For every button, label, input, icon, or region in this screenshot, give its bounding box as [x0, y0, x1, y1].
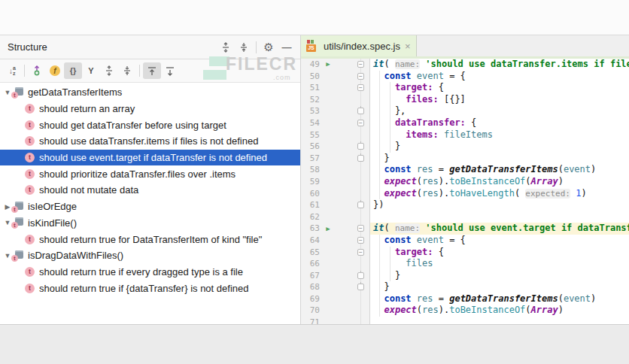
structure-tree: ▼tgetDataTransferItemstshould return an … — [0, 83, 300, 324]
token-prop: dataTransfer: — [395, 117, 466, 128]
collapse-all-icon[interactable] — [118, 62, 136, 79]
autoscroll-to-source-icon[interactable] — [143, 62, 161, 79]
code-line[interactable]: 65− target: { — [301, 247, 629, 259]
line-number: 66 — [301, 258, 321, 270]
run-gutter-cell — [321, 211, 335, 223]
code-line[interactable]: 60 expect(res).toHaveLength( expected: 1… — [301, 188, 629, 200]
tree-item[interactable]: ▼tisKindFile() — [0, 215, 300, 232]
fold-end-icon[interactable] — [357, 284, 364, 290]
fold-start-icon[interactable]: − — [357, 84, 364, 91]
tree-item[interactable]: tshould not mutate data — [0, 182, 300, 199]
expand-all-icon[interactable] — [100, 62, 118, 79]
show-functions-icon[interactable]: {} — [64, 62, 82, 79]
token-pln: ( — [558, 293, 564, 304]
line-number: 50 — [301, 71, 321, 83]
expand-all-icon[interactable] — [217, 39, 235, 56]
fold-end-icon[interactable] — [357, 143, 364, 150]
tree-item-label: isDragDataWithFiles() — [28, 250, 123, 261]
fold-gutter-cell: − — [335, 247, 370, 259]
code-line[interactable]: 71 — [301, 317, 629, 324]
tree-item[interactable]: ▼tgetDataTransferItems — [0, 84, 300, 101]
close-tab-icon[interactable]: × — [405, 41, 411, 51]
tree-item[interactable]: ▶tisIeOrEdge — [0, 199, 300, 215]
code-line[interactable]: 51− target: { — [301, 82, 629, 94]
tree-item[interactable]: tshould use event.target if dataTransfer… — [0, 150, 300, 166]
code-line[interactable]: 67 } — [301, 270, 629, 282]
code-line[interactable]: 62 — [301, 211, 629, 223]
tree-item[interactable]: tshould get dataTransfer before using ta… — [0, 117, 300, 133]
indent-guide — [390, 247, 390, 282]
fold-end-icon[interactable] — [357, 272, 364, 279]
code-line[interactable]: 55 items: fileItems — [301, 129, 629, 141]
autoscroll-from-source-icon[interactable] — [161, 62, 179, 79]
code-line[interactable]: 50− const event = { — [301, 71, 629, 83]
settings-gear-icon[interactable]: ⚙ — [260, 39, 278, 56]
code-line[interactable]: 61}) — [301, 199, 629, 211]
fold-start-icon[interactable]: − — [357, 61, 364, 68]
tree-item[interactable]: tshould prioritize dataTransfer.files ov… — [0, 165, 300, 182]
code-line[interactable]: 56 } — [301, 141, 629, 153]
code-line[interactable]: 68 } — [301, 281, 629, 293]
line-number: 67 — [301, 270, 321, 282]
code-line[interactable]: 58 const res = getDataTransferItems(even… — [301, 164, 629, 176]
code-text: } — [370, 281, 629, 293]
token-mth: toBeInstanceOf — [449, 176, 525, 187]
fold-start-icon[interactable]: − — [357, 249, 364, 256]
tree-item[interactable]: tshould return true if every dragged typ… — [0, 264, 300, 281]
structure-toolbar: ↓ az f {} Y — [0, 59, 300, 83]
tree-item[interactable]: tshould return true for DataTransferItem… — [0, 231, 300, 247]
fold-start-icon[interactable]: − — [357, 73, 364, 80]
fold-gutter-cell: − — [335, 117, 370, 129]
code-text: it( name: 'should use dataTransfer.items… — [370, 59, 629, 71]
hide-panel-icon[interactable]: — — [278, 39, 296, 56]
tree-item[interactable]: tshould use dataTransfer.items if files … — [0, 133, 300, 150]
code-line[interactable]: 52 files: [{}] — [301, 94, 629, 106]
fold-gutter-cell: − — [335, 59, 370, 71]
editor-tab-bar: JS utils/index.spec.js × — [301, 35, 629, 59]
tree-item[interactable]: tshould return true if {dataTransfer} is… — [0, 280, 300, 296]
structure-panel-header: Structure ⚙ — — [0, 35, 300, 59]
group-merge-icon[interactable]: Y — [82, 62, 100, 79]
code-line[interactable]: 53 }, — [301, 105, 629, 117]
run-test-icon[interactable]: ▶ — [321, 59, 335, 71]
token-pln — [373, 247, 395, 257]
code-line[interactable]: 49▶−it( name: 'should use dataTransfer.i… — [301, 59, 629, 71]
fold-start-icon[interactable]: − — [357, 237, 364, 244]
show-inherited-icon[interactable] — [28, 62, 46, 79]
show-fields-icon[interactable]: f — [46, 62, 64, 79]
tree-item[interactable]: tshould return an array — [0, 101, 300, 117]
run-gutter-cell — [321, 141, 335, 153]
code-line[interactable]: 70 expect(res).toBeInstanceOf(Array) — [301, 305, 629, 317]
line-number: 71 — [301, 317, 321, 324]
fold-gutter-cell: − — [335, 235, 370, 247]
fold-gutter-cell — [335, 176, 370, 188]
run-gutter-cell — [321, 129, 335, 141]
fold-end-icon[interactable] — [357, 155, 364, 162]
tree-item-label: should return true for DataTransferItem … — [39, 234, 262, 245]
fold-end-icon[interactable] — [357, 202, 364, 208]
tree-item[interactable]: ▼tisDragDataWithFiles() — [0, 247, 300, 264]
code-line[interactable]: 57 } — [301, 153, 629, 165]
code-line[interactable]: 63▶−it( name: 'should use event.target i… — [301, 223, 629, 235]
tab-utils-index-spec-js[interactable]: JS utils/index.spec.js × — [301, 35, 417, 56]
token-pln: ) — [591, 164, 596, 174]
code-line[interactable]: 54− dataTransfer: { — [301, 117, 629, 129]
code-line[interactable]: 64− const event = { — [301, 235, 629, 247]
fold-start-icon[interactable]: − — [357, 120, 364, 126]
run-test-icon[interactable]: ▶ — [321, 223, 335, 235]
ide-window: Structure ⚙ — — [0, 35, 629, 325]
token-pln: ( — [515, 188, 525, 199]
sort-alphabetically-icon[interactable]: ↓ az — [3, 62, 21, 79]
fold-gutter-cell — [335, 199, 370, 211]
collapse-all-icon[interactable] — [235, 39, 253, 56]
fold-end-icon[interactable] — [357, 108, 364, 114]
code-line[interactable]: 69 const res = getDataTransferItems(even… — [301, 293, 629, 305]
code-text: const event = { — [370, 235, 629, 247]
token-kw: const — [384, 71, 411, 81]
fold-start-icon[interactable]: − — [357, 225, 364, 232]
test-icon: t — [25, 169, 35, 179]
code-pane[interactable]: 49▶−it( name: 'should use dataTransfer.i… — [301, 59, 629, 324]
code-line[interactable]: 66 files — [301, 258, 629, 270]
code-line[interactable]: 59 expect(res).toBeInstanceOf(Array) — [301, 176, 629, 188]
token-fnexp: expect — [384, 176, 416, 187]
